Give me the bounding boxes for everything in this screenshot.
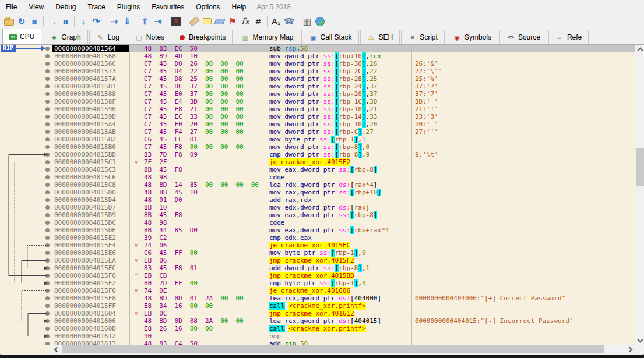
address-cell[interactable]: 0000000000401604 (52, 310, 129, 317)
instruction-cell[interactable]: add rax,rdx (266, 196, 411, 204)
instruction-cell[interactable]: mov rax,qword ptr ss:[rbp+10] (266, 189, 411, 196)
address-cell[interactable]: 0000000000401596 (52, 105, 129, 113)
comment-cell[interactable] (411, 310, 635, 317)
stop-icon[interactable]: ■ (28, 15, 41, 28)
disasm-row[interactable]: 00000000004015F6v740Eje crackme_xor.4016… (0, 287, 635, 295)
calculator-icon[interactable]: ▦ (301, 15, 314, 28)
instruction-cell[interactable]: call <crackme_xor.printf> (266, 302, 411, 310)
tab-graph[interactable]: ♣Graph (43, 30, 87, 44)
instruction-cell[interactable]: mov eax,dword ptr ss:[rbp-8] (266, 166, 411, 173)
tab-symbols[interactable]: ◉Symbols (446, 30, 498, 44)
address-cell[interactable]: 00000000004015F2 (52, 279, 129, 287)
address-cell[interactable]: 00000000004015DE (52, 226, 129, 234)
disasm-row[interactable]: 0000000000401588C745E037000000mov dword … (0, 90, 635, 98)
address-cell[interactable]: 0000000000401581 (52, 83, 129, 90)
comment-cell[interactable] (411, 196, 635, 204)
comment-cell[interactable] (411, 302, 635, 310)
column-divider[interactable] (266, 45, 266, 345)
scroll-down-button[interactable] (635, 335, 644, 345)
comment-cell[interactable] (411, 325, 635, 332)
instruction-cell[interactable]: nop (266, 332, 411, 340)
function-icon[interactable]: fx (239, 15, 252, 28)
comment-cell[interactable] (411, 264, 635, 272)
comment-cell[interactable] (411, 257, 635, 264)
bytes-cell[interactable]: vEB0C (129, 310, 266, 317)
vertical-scrollbar[interactable] (635, 45, 644, 345)
menu-file[interactable]: File (0, 0, 23, 14)
tab-source[interactable]: <>Source (499, 30, 547, 44)
tab-breakpoints[interactable]: Breakpoints (173, 30, 233, 44)
tab-notes[interactable]: ▢Notes (128, 30, 171, 44)
seh-chain-icon[interactable]: S (170, 15, 182, 28)
address-cell[interactable]: 000000000040157A (52, 75, 129, 83)
comment-cell[interactable] (411, 136, 635, 143)
address-cell[interactable]: 0000000000401613 (52, 340, 129, 345)
comment-cell[interactable] (411, 173, 635, 181)
menu-options[interactable]: Options (190, 0, 226, 14)
disasm-row[interactable]: 00000000004015ABC745F427000000mov dword … (0, 128, 635, 136)
step-over-icon[interactable]: ↷ (90, 15, 103, 28)
instruction-cell[interactable]: lea rcx,qword ptr ds:[404015] (266, 317, 411, 325)
address-cell[interactable]: 00000000004015C8 (52, 181, 129, 189)
disasm-row[interactable]: 000000000040156848894D10mov qword ptr ss… (0, 52, 635, 60)
bytes-cell[interactable]: 8B10 (129, 204, 266, 211)
disasm-row[interactable]: 00000000004015D78B10mov edx,dword ptr ds… (0, 204, 635, 211)
disasm-row[interactable]: 00000000004015E239C2cmp edx,eax (0, 234, 635, 242)
address-cell[interactable]: 00000000004015E2 (52, 234, 129, 242)
instruction-cell[interactable]: mov byte ptr ss:[rbp-1],1 (266, 136, 411, 143)
comment-cell[interactable] (411, 181, 635, 189)
disasm-row[interactable]: 0000000000401573C745D422000000mov dword … (0, 68, 635, 75)
disasm-row[interactable]: 00000000004015EC8345F801add dword ptr ss… (0, 264, 635, 272)
comment-cell[interactable]: 26:'&' (411, 60, 635, 68)
comment-cell[interactable] (411, 249, 635, 257)
bytes-cell[interactable]: 488B4510 (129, 189, 266, 196)
bytes-cell[interactable]: 90 (129, 332, 266, 340)
address-cell[interactable]: 00000000004015B2 (52, 136, 129, 143)
instruction-cell[interactable]: cdqe (266, 219, 411, 226)
tab-refe[interactable]: ⌕Refe (548, 30, 589, 44)
comment-cell[interactable] (411, 287, 635, 295)
label-icon[interactable] (213, 15, 226, 28)
disasm-row[interactable]: 000000000040157AC745D825000000mov dword … (0, 75, 635, 83)
address-cell[interactable]: 0000000000401568 (52, 52, 129, 60)
bytes-cell[interactable]: C745F020000000 (129, 120, 266, 128)
comment-cell[interactable]: 9:'\t' (411, 151, 635, 158)
address-cell[interactable]: 00000000004015FF (52, 302, 129, 310)
comment-cell[interactable] (411, 234, 635, 242)
bytes-cell[interactable]: C745D026000000 (129, 60, 266, 68)
bytes-cell[interactable]: E826160000 (129, 325, 266, 332)
comment-cell[interactable] (411, 340, 635, 345)
instruction-cell[interactable]: mov dword ptr ss:[rbp-18],21 (266, 105, 411, 113)
bytes-cell[interactable]: 48894D10 (129, 52, 266, 60)
address-cell[interactable]: 0000000000401588 (52, 90, 129, 98)
bytes-cell[interactable]: C645FF00 (129, 249, 266, 257)
address-cell[interactable]: 00000000004015C1 (52, 158, 129, 166)
instruction-cell[interactable]: cmp byte ptr ss:[rbp-1],0 (266, 279, 411, 287)
disasm-row[interactable]: 0000000000401581C745DC37000000mov dword … (0, 83, 635, 90)
execute-till-return-icon[interactable]: ⇓ (121, 15, 133, 28)
disasm-row[interactable]: 00000000004015D0488B4510mov rax,qword pt… (0, 189, 635, 196)
bytes-cell[interactable]: 4801D0 (129, 196, 266, 204)
tab-seh[interactable]: ⚠SEH (360, 30, 400, 44)
comment-cell[interactable] (411, 189, 635, 196)
bytes-cell[interactable]: C745F427000000 (129, 128, 266, 136)
instruction-cell[interactable]: mov dword ptr ss:[rbp-20],37 (266, 90, 411, 98)
disasm-row[interactable]: 00000000004015F2807DFF00cmp byte ptr ss:… (0, 279, 635, 287)
instruction-cell[interactable]: mov dword ptr ss:[rbp-8],0 (266, 143, 411, 151)
comment-cell[interactable]: 37:'7' (411, 90, 635, 98)
bytes-cell[interactable]: C745D422000000 (129, 68, 266, 75)
bytes-cell[interactable]: 8345F801 (129, 264, 266, 272)
address-cell[interactable]: 0000000000401564 (52, 45, 129, 52)
address-cell[interactable]: 00000000004015C3 (52, 166, 129, 173)
instruction-cell[interactable]: add dword ptr ss:[rbp-8],1 (266, 264, 411, 272)
instruction-cell[interactable]: mov edx,dword ptr ds:[rax] (266, 204, 411, 211)
comment-cell[interactable]: 22:'\"' (411, 68, 635, 75)
comment-cell[interactable] (411, 166, 635, 173)
comment-cell[interactable] (411, 272, 635, 279)
address-cell[interactable]: 00000000004015E6 (52, 249, 129, 257)
address-cell[interactable]: 00000000004015A4 (52, 120, 129, 128)
bytes-cell[interactable]: 4898 (129, 219, 266, 226)
menu-debug[interactable]: Debug (50, 0, 82, 14)
disasm-row[interactable]: 000000000040161290nop (0, 332, 635, 340)
comment-cell[interactable] (411, 242, 635, 249)
